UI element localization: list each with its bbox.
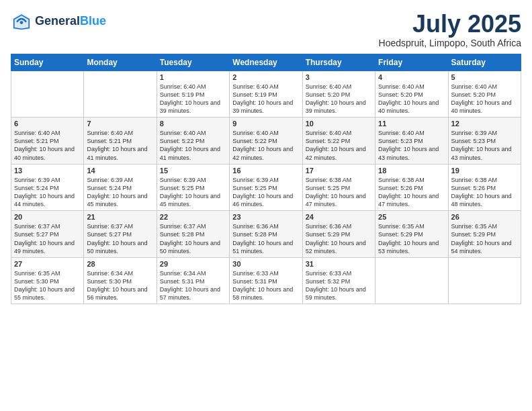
week-row-4: 20Sunrise: 6:37 AM Sunset: 5:27 PM Dayli… bbox=[11, 211, 521, 258]
day-info: Sunrise: 6:40 AM Sunset: 5:19 PM Dayligh… bbox=[232, 83, 299, 116]
day-cell: 9Sunrise: 6:40 AM Sunset: 5:22 PM Daylig… bbox=[230, 118, 302, 165]
day-cell: 13Sunrise: 6:39 AM Sunset: 5:24 PM Dayli… bbox=[11, 164, 84, 211]
day-number: 29 bbox=[160, 260, 226, 268]
day-info: Sunrise: 6:40 AM Sunset: 5:20 PM Dayligh… bbox=[306, 83, 372, 116]
location: Hoedspruit, Limpopo, South Africa bbox=[379, 38, 521, 48]
day-info: Sunrise: 6:40 AM Sunset: 5:19 PM Dayligh… bbox=[160, 83, 226, 116]
day-number: 17 bbox=[306, 167, 372, 175]
day-info: Sunrise: 6:38 AM Sunset: 5:26 PM Dayligh… bbox=[378, 176, 445, 209]
day-info: Sunrise: 6:36 AM Sunset: 5:28 PM Dayligh… bbox=[232, 222, 299, 255]
day-info: Sunrise: 6:40 AM Sunset: 5:21 PM Dayligh… bbox=[87, 129, 153, 162]
day-number: 7 bbox=[87, 120, 153, 128]
day-info: Sunrise: 6:34 AM Sunset: 5:31 PM Dayligh… bbox=[160, 269, 226, 302]
day-info: Sunrise: 6:38 AM Sunset: 5:26 PM Dayligh… bbox=[451, 176, 518, 209]
day-cell: 4Sunrise: 6:40 AM Sunset: 5:20 PM Daylig… bbox=[375, 71, 448, 118]
day-info: Sunrise: 6:40 AM Sunset: 5:20 PM Dayligh… bbox=[451, 83, 518, 116]
day-header-wednesday: Wednesday bbox=[230, 54, 302, 71]
day-info: Sunrise: 6:35 AM Sunset: 5:29 PM Dayligh… bbox=[451, 222, 518, 255]
day-info: Sunrise: 6:39 AM Sunset: 5:24 PM Dayligh… bbox=[87, 176, 153, 209]
day-cell: 15Sunrise: 6:39 AM Sunset: 5:25 PM Dayli… bbox=[157, 164, 229, 211]
svg-point-2 bbox=[20, 21, 24, 24]
week-row-5: 27Sunrise: 6:35 AM Sunset: 5:30 PM Dayli… bbox=[11, 257, 521, 304]
day-header-saturday: Saturday bbox=[448, 54, 521, 71]
day-header-tuesday: Tuesday bbox=[157, 54, 229, 71]
day-cell bbox=[11, 71, 84, 118]
day-info: Sunrise: 6:37 AM Sunset: 5:28 PM Dayligh… bbox=[160, 222, 226, 255]
day-number: 27 bbox=[14, 260, 81, 268]
day-cell: 6Sunrise: 6:40 AM Sunset: 5:21 PM Daylig… bbox=[11, 118, 84, 165]
week-row-2: 6Sunrise: 6:40 AM Sunset: 5:21 PM Daylig… bbox=[11, 118, 521, 165]
day-number: 4 bbox=[378, 73, 445, 81]
day-number: 15 bbox=[160, 167, 226, 175]
day-info: Sunrise: 6:40 AM Sunset: 5:20 PM Dayligh… bbox=[378, 83, 445, 116]
calendar-header-row: SundayMondayTuesdayWednesdayThursdayFrid… bbox=[11, 54, 521, 71]
day-info: Sunrise: 6:39 AM Sunset: 5:23 PM Dayligh… bbox=[451, 129, 518, 162]
day-cell: 22Sunrise: 6:37 AM Sunset: 5:28 PM Dayli… bbox=[157, 211, 229, 258]
day-cell: 7Sunrise: 6:40 AM Sunset: 5:21 PM Daylig… bbox=[84, 118, 157, 165]
day-cell: 27Sunrise: 6:35 AM Sunset: 5:30 PM Dayli… bbox=[11, 257, 84, 304]
day-cell: 23Sunrise: 6:36 AM Sunset: 5:28 PM Dayli… bbox=[230, 211, 302, 258]
day-cell: 1Sunrise: 6:40 AM Sunset: 5:19 PM Daylig… bbox=[157, 71, 229, 118]
day-number: 28 bbox=[87, 260, 153, 268]
day-cell bbox=[375, 257, 448, 304]
day-cell: 5Sunrise: 6:40 AM Sunset: 5:20 PM Daylig… bbox=[448, 71, 521, 118]
day-info: Sunrise: 6:37 AM Sunset: 5:27 PM Dayligh… bbox=[87, 222, 153, 255]
day-info: Sunrise: 6:36 AM Sunset: 5:29 PM Dayligh… bbox=[306, 222, 372, 255]
day-number: 21 bbox=[87, 213, 153, 221]
day-number: 20 bbox=[14, 213, 81, 221]
day-number: 9 bbox=[232, 120, 299, 128]
day-number: 12 bbox=[451, 120, 518, 128]
day-number: 25 bbox=[378, 213, 445, 221]
day-info: Sunrise: 6:39 AM Sunset: 5:25 PM Dayligh… bbox=[160, 176, 226, 209]
day-info: Sunrise: 6:33 AM Sunset: 5:32 PM Dayligh… bbox=[306, 269, 372, 302]
day-info: Sunrise: 6:40 AM Sunset: 5:22 PM Dayligh… bbox=[232, 129, 299, 162]
day-cell: 19Sunrise: 6:38 AM Sunset: 5:26 PM Dayli… bbox=[448, 164, 521, 211]
logo-text: GeneralBlue bbox=[35, 15, 106, 28]
day-cell: 28Sunrise: 6:34 AM Sunset: 5:30 PM Dayli… bbox=[84, 257, 157, 304]
day-cell: 12Sunrise: 6:39 AM Sunset: 5:23 PM Dayli… bbox=[448, 118, 521, 165]
day-number: 18 bbox=[378, 167, 445, 175]
day-number: 31 bbox=[306, 260, 372, 268]
day-number: 30 bbox=[232, 260, 299, 268]
day-cell: 16Sunrise: 6:39 AM Sunset: 5:25 PM Dayli… bbox=[230, 164, 302, 211]
day-number: 10 bbox=[306, 120, 372, 128]
day-header-thursday: Thursday bbox=[302, 54, 375, 71]
week-row-1: 1Sunrise: 6:40 AM Sunset: 5:19 PM Daylig… bbox=[11, 71, 521, 118]
day-info: Sunrise: 6:35 AM Sunset: 5:30 PM Dayligh… bbox=[14, 269, 81, 302]
day-cell: 26Sunrise: 6:35 AM Sunset: 5:29 PM Dayli… bbox=[448, 211, 521, 258]
day-cell: 3Sunrise: 6:40 AM Sunset: 5:20 PM Daylig… bbox=[302, 71, 375, 118]
day-info: Sunrise: 6:40 AM Sunset: 5:22 PM Dayligh… bbox=[160, 129, 226, 162]
day-cell: 25Sunrise: 6:35 AM Sunset: 5:29 PM Dayli… bbox=[375, 211, 448, 258]
day-cell: 11Sunrise: 6:40 AM Sunset: 5:23 PM Dayli… bbox=[375, 118, 448, 165]
day-number: 5 bbox=[451, 73, 518, 81]
day-header-monday: Monday bbox=[84, 54, 157, 71]
day-info: Sunrise: 6:33 AM Sunset: 5:31 PM Dayligh… bbox=[232, 269, 299, 302]
day-number: 2 bbox=[232, 73, 299, 81]
day-number: 26 bbox=[451, 213, 518, 221]
day-info: Sunrise: 6:37 AM Sunset: 5:27 PM Dayligh… bbox=[14, 222, 81, 255]
day-cell: 24Sunrise: 6:36 AM Sunset: 5:29 PM Dayli… bbox=[302, 211, 375, 258]
day-header-sunday: Sunday bbox=[11, 54, 84, 71]
day-number: 1 bbox=[160, 73, 226, 81]
day-cell: 8Sunrise: 6:40 AM Sunset: 5:22 PM Daylig… bbox=[157, 118, 229, 165]
day-number: 6 bbox=[14, 120, 81, 128]
day-header-friday: Friday bbox=[375, 54, 448, 71]
day-cell: 21Sunrise: 6:37 AM Sunset: 5:27 PM Dayli… bbox=[84, 211, 157, 258]
day-info: Sunrise: 6:34 AM Sunset: 5:30 PM Dayligh… bbox=[87, 269, 153, 302]
day-info: Sunrise: 6:40 AM Sunset: 5:21 PM Dayligh… bbox=[14, 129, 81, 162]
day-number: 14 bbox=[87, 167, 153, 175]
logo-icon bbox=[11, 11, 32, 32]
week-row-3: 13Sunrise: 6:39 AM Sunset: 5:24 PM Dayli… bbox=[11, 164, 521, 211]
day-cell: 18Sunrise: 6:38 AM Sunset: 5:26 PM Dayli… bbox=[375, 164, 448, 211]
day-number: 22 bbox=[160, 213, 226, 221]
day-info: Sunrise: 6:40 AM Sunset: 5:22 PM Dayligh… bbox=[306, 129, 372, 162]
day-cell bbox=[84, 71, 157, 118]
day-info: Sunrise: 6:35 AM Sunset: 5:29 PM Dayligh… bbox=[378, 222, 445, 255]
day-number: 16 bbox=[232, 167, 299, 175]
day-cell: 20Sunrise: 6:37 AM Sunset: 5:27 PM Dayli… bbox=[11, 211, 84, 258]
day-cell: 29Sunrise: 6:34 AM Sunset: 5:31 PM Dayli… bbox=[157, 257, 229, 304]
day-number: 23 bbox=[232, 213, 299, 221]
day-number: 13 bbox=[14, 167, 81, 175]
day-info: Sunrise: 6:39 AM Sunset: 5:25 PM Dayligh… bbox=[232, 176, 299, 209]
day-number: 24 bbox=[306, 213, 372, 221]
